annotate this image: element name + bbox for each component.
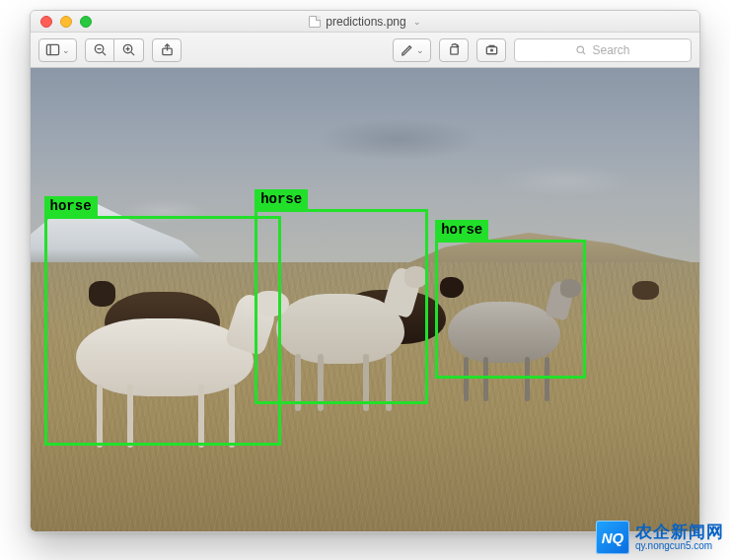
annotate-button[interactable]: ⌄ bbox=[393, 38, 431, 62]
detection-label: horse bbox=[435, 220, 488, 240]
file-icon bbox=[309, 16, 321, 28]
svg-line-6 bbox=[131, 52, 134, 55]
close-window-button[interactable] bbox=[40, 16, 52, 28]
window-controls bbox=[31, 16, 92, 28]
rotate-icon bbox=[447, 42, 462, 57]
minimize-window-button[interactable] bbox=[60, 16, 72, 28]
zoom-in-button[interactable] bbox=[114, 38, 144, 62]
svg-rect-12 bbox=[486, 47, 496, 54]
detection-box: horse bbox=[44, 216, 282, 446]
pencil-icon bbox=[400, 42, 414, 57]
sidebar-icon bbox=[45, 42, 60, 57]
detections-overlay: horsehorsehorse bbox=[31, 68, 699, 531]
watermark-url: qy.nongcun5.com bbox=[635, 541, 724, 552]
window-title: predictions.png ⌄ bbox=[31, 15, 699, 29]
filename-label: predictions.png bbox=[326, 15, 405, 29]
rotate-button[interactable] bbox=[439, 38, 469, 62]
svg-point-14 bbox=[578, 46, 584, 52]
preview-window: predictions.png ⌄ ⌄ ⌄ bbox=[30, 10, 700, 532]
zoom-out-icon bbox=[93, 42, 108, 57]
detection-box: horse bbox=[435, 240, 586, 379]
title-dropdown-icon[interactable]: ⌄ bbox=[413, 17, 421, 27]
detection-box: horse bbox=[255, 209, 428, 403]
zoom-out-button[interactable] bbox=[85, 38, 114, 62]
image-content-area[interactable]: horsehorsehorse bbox=[31, 68, 699, 531]
search-field[interactable]: Search bbox=[514, 38, 692, 62]
svg-line-3 bbox=[102, 52, 105, 55]
chevron-down-icon: ⌄ bbox=[416, 45, 424, 55]
detection-label: horse bbox=[44, 196, 98, 216]
sidebar-toggle-button[interactable]: ⌄ bbox=[38, 38, 77, 62]
chevron-down-icon: ⌄ bbox=[62, 45, 70, 55]
search-icon bbox=[575, 44, 587, 56]
markup-toolbox-icon bbox=[484, 42, 499, 57]
zoom-group bbox=[85, 38, 144, 62]
share-button[interactable] bbox=[152, 38, 182, 62]
titlebar: predictions.png ⌄ bbox=[31, 11, 699, 33]
zoom-in-icon bbox=[121, 42, 136, 57]
svg-rect-11 bbox=[450, 47, 458, 55]
predictions-image: horsehorsehorse bbox=[31, 68, 699, 531]
search-placeholder: Search bbox=[592, 43, 629, 57]
markup-button[interactable] bbox=[476, 38, 506, 62]
svg-point-13 bbox=[490, 49, 492, 51]
toolbar: ⌄ ⌄ Search bbox=[31, 33, 699, 68]
svg-rect-0 bbox=[46, 44, 58, 54]
detection-label: horse bbox=[255, 189, 308, 209]
svg-line-15 bbox=[583, 51, 585, 53]
share-icon bbox=[160, 42, 175, 57]
zoom-window-button[interactable] bbox=[80, 16, 92, 28]
